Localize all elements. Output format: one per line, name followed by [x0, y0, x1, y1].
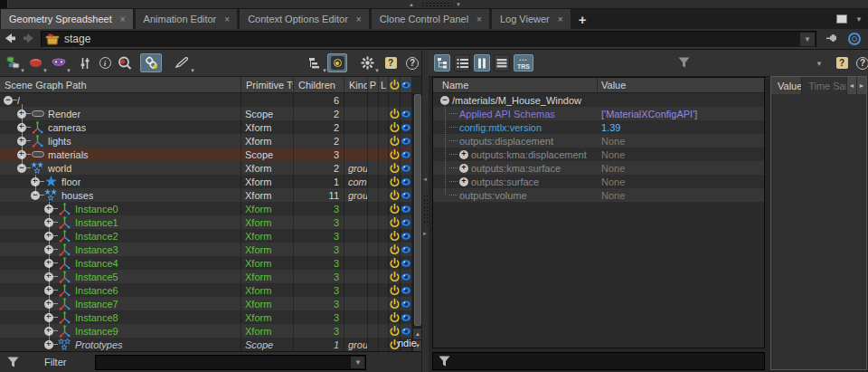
visibility-toggle[interactable]: [401, 283, 412, 297]
divider-grip-icon[interactable]: [421, 2, 452, 7]
active-toggle[interactable]: [389, 175, 401, 188]
divider-collapse-up-icon[interactable]: ▲: [409, 2, 414, 7]
active-toggle[interactable]: [389, 120, 401, 134]
tab-value[interactable]: Value: [771, 77, 801, 94]
col-value[interactable]: Value: [598, 78, 764, 92]
tree-row[interactable]: + Instance6Xform3: [0, 283, 412, 297]
tab-close-icon[interactable]: ×: [558, 14, 563, 24]
expand-icon[interactable]: +: [44, 232, 53, 241]
tree-row[interactable]: + Instance9Xform3: [0, 324, 412, 338]
col-visibility-eye-icon[interactable]: [401, 77, 412, 92]
splitter-collapse-left-icon[interactable]: ◄: [422, 176, 428, 182]
col-active-flame-icon[interactable]: [389, 77, 401, 92]
attribute-row[interactable]: Applied API Schemas['MaterialXConfigAPI'…: [433, 107, 764, 120]
visibility-toggle[interactable]: [401, 256, 412, 270]
col-children[interactable]: Children: [294, 77, 344, 92]
help-bag-button[interactable]: ?: [382, 53, 400, 72]
active-toggle[interactable]: [389, 297, 401, 310]
new-tab-button[interactable]: +: [571, 9, 595, 29]
tab-close-icon[interactable]: ×: [476, 14, 482, 24]
active-toggle[interactable]: [389, 324, 401, 338]
active-toggle[interactable]: [389, 256, 401, 270]
active-toggle[interactable]: [389, 310, 401, 324]
active-toggle[interactable]: [389, 93, 401, 107]
path-dropdown-button[interactable]: ▼: [800, 33, 815, 46]
active-toggle[interactable]: [389, 148, 401, 161]
visibility-toggle[interactable]: [401, 297, 412, 310]
attribute-row[interactable]: +outputs:kma:surfaceNone: [433, 161, 764, 175]
visibility-toggle[interactable]: [401, 324, 412, 338]
visibility-toggle[interactable]: [401, 175, 412, 188]
tree-row[interactable]: − housesXform11grou: [0, 188, 412, 202]
edit-mode-button[interactable]: ▼: [174, 53, 192, 72]
col-scene-graph-path[interactable]: Scene Graph Path: [0, 77, 241, 92]
filter-dropdown-button[interactable]: ▼: [351, 357, 364, 368]
col-l[interactable]: L: [379, 77, 389, 92]
path-input[interactable]: stage ▼: [41, 31, 816, 48]
tab-menu-chevron-icon[interactable]: ▼: [855, 15, 863, 24]
active-toggle[interactable]: [389, 107, 401, 120]
active-toggle[interactable]: [389, 243, 401, 256]
tab-scroll-left-button[interactable]: ◄: [846, 77, 856, 94]
tree-row[interactable]: +floorXform1com: [0, 175, 412, 188]
expand-icon[interactable]: +: [44, 205, 53, 214]
parameters-button[interactable]: [76, 53, 94, 72]
tab-close-icon[interactable]: ×: [120, 14, 126, 24]
tree-row[interactable]: + Instance0Xform3: [0, 202, 412, 215]
tree-row[interactable]: + Instance4Xform3: [0, 256, 412, 270]
col-name[interactable]: Name: [433, 78, 598, 92]
visibility-toggle[interactable]: [401, 188, 412, 202]
active-toggle[interactable]: [389, 188, 401, 202]
linked-viewport-icon[interactable]: [848, 33, 861, 45]
expand-icon[interactable]: +: [44, 313, 53, 322]
expand-icon[interactable]: +: [44, 259, 53, 268]
visibility-toggle[interactable]: [401, 120, 412, 134]
tree-vertical-scrollbar[interactable]: ▲ ▼: [412, 93, 421, 351]
visibility-toggle[interactable]: [401, 93, 412, 107]
tree-row[interactable]: + Instance5Xform3: [0, 270, 412, 283]
tree-row[interactable]: − worldXform2grou: [0, 161, 412, 175]
attribute-row[interactable]: config:mtlx:version1.39: [433, 120, 764, 134]
pane-splitter[interactable]: ◄ ►: [421, 50, 429, 372]
visibility-toggle[interactable]: [401, 270, 412, 283]
view-tree-button[interactable]: [434, 54, 450, 72]
attribute-row[interactable]: outputs:displacementNone: [433, 134, 764, 148]
active-toggle[interactable]: [389, 229, 401, 243]
collapse-icon[interactable]: −: [440, 96, 449, 105]
expand-icon[interactable]: +: [44, 286, 53, 295]
attribute-row[interactable]: +outputs:kma:displacementNone: [433, 148, 764, 161]
tree-row[interactable]: + Instance8Xform3: [0, 310, 412, 324]
forward-button[interactable]: [21, 32, 36, 47]
mask-options-button[interactable]: ▼: [50, 53, 68, 72]
tree-row[interactable]: −/6: [0, 93, 412, 107]
active-toggle[interactable]: [389, 202, 401, 215]
filter-input[interactable]: ▼: [95, 355, 366, 370]
expand-icon[interactable]: +: [44, 245, 53, 254]
expand-icon[interactable]: +: [17, 123, 26, 132]
info-button[interactable]: i: [96, 53, 114, 72]
collapse-icon[interactable]: −: [4, 96, 13, 105]
active-toggle[interactable]: [389, 283, 401, 297]
tab-close-icon[interactable]: ×: [356, 14, 362, 24]
active-toggle[interactable]: [389, 270, 401, 283]
expand-icon[interactable]: +: [17, 150, 26, 159]
details-help-button[interactable]: ?: [854, 53, 868, 72]
visibility-toggle[interactable]: [401, 243, 412, 256]
details-filter-funnel-icon[interactable]: [678, 57, 690, 68]
visibility-toggle[interactable]: [401, 134, 412, 148]
tree-row[interactable]: +RenderScope2: [0, 107, 412, 120]
visibility-toggle[interactable]: [401, 215, 412, 229]
link-selection-button[interactable]: [140, 53, 162, 72]
attributes-filter-input[interactable]: [432, 352, 765, 370]
collapse-icon[interactable]: −: [17, 164, 26, 173]
view-stacked-button[interactable]: [494, 54, 510, 72]
active-toggle[interactable]: [389, 134, 401, 148]
pane-tab[interactable]: Geometry Spreadsheet×: [1, 9, 133, 29]
pane-tab[interactable]: Context Options Editor×: [240, 9, 369, 29]
attribute-row[interactable]: +outputs:surfaceNone: [433, 175, 764, 188]
tab-time-samples[interactable]: Time Sam: [801, 77, 846, 94]
tree-row[interactable]: + Instance1Xform3: [0, 215, 412, 229]
expand-icon[interactable]: +: [459, 177, 468, 186]
active-toggle[interactable]: [389, 161, 401, 175]
visibility-toggle[interactable]: [401, 310, 412, 324]
